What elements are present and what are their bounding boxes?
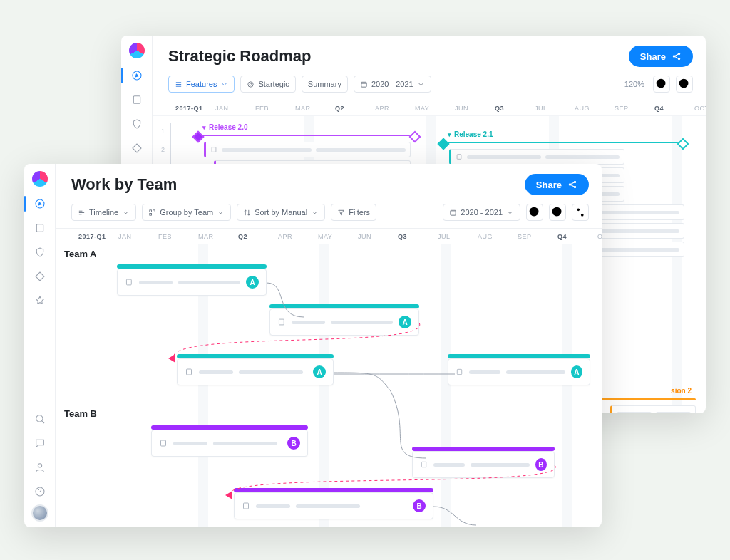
filter-daterange[interactable]: 2020 - 2021 [354, 76, 431, 93]
zoom-in-button[interactable] [676, 76, 693, 93]
nav-compass-icon[interactable] [30, 194, 50, 214]
zoom-out-button[interactable] [653, 76, 670, 93]
svg-point-14 [36, 415, 42, 422]
calendar-icon [449, 209, 457, 217]
chip-label: Summary [308, 80, 341, 88]
share-button-label: Share [640, 51, 666, 62]
svg-rect-1 [133, 96, 140, 104]
chevron-down-icon [417, 81, 425, 88]
share-button[interactable]: Share [629, 46, 693, 67]
chevron-down-icon [220, 81, 228, 88]
calendar-icon [360, 81, 368, 88]
chevron-down-icon [311, 209, 319, 217]
filter-strategic[interactable]: Startegic [240, 76, 295, 93]
axis-tick: OCT [597, 233, 602, 240]
app-logo [129, 43, 145, 58]
svg-rect-13 [36, 224, 43, 232]
app-logo [32, 171, 48, 187]
filters[interactable]: Filters [331, 204, 376, 221]
axis-tick: JUN [358, 233, 398, 240]
settings-button[interactable] [572, 204, 589, 221]
svg-rect-22 [150, 213, 152, 215]
roadmap-item[interactable] [610, 405, 696, 413]
nav-doc-icon[interactable] [30, 218, 50, 238]
sort-by[interactable]: Sort by Manual [237, 204, 325, 221]
filter-summary[interactable]: Summary [302, 76, 348, 93]
axis-tick: 2017-Q1 [175, 105, 203, 112]
axis-tick: JUL [535, 105, 575, 112]
work-card[interactable]: A [448, 358, 590, 385]
nav-doc-icon[interactable] [127, 90, 147, 110]
share-icon [567, 180, 577, 190]
nav-star-icon[interactable] [30, 291, 50, 311]
doc-icon [242, 502, 250, 510]
roadmap-item[interactable] [204, 142, 411, 157]
work-card[interactable]: A [269, 308, 419, 336]
nav-shield-icon[interactable] [30, 242, 50, 262]
share-button[interactable]: Share [525, 174, 589, 195]
svg-point-8 [657, 79, 666, 88]
release-bar[interactable] [442, 142, 684, 143]
svg-rect-20 [150, 209, 152, 212]
nav-help-icon[interactable] [30, 482, 50, 502]
group-icon [148, 209, 156, 217]
timeline-axis: 2017-Q1 JAN FEB MAR Q2 APR MAY JUN Q3 JU… [56, 229, 602, 244]
roadmap-item[interactable] [449, 149, 624, 165]
filter-icon [337, 209, 345, 217]
group-by[interactable]: Group by Team [142, 204, 231, 221]
axis-tick: AUG [478, 233, 518, 240]
nav-user-icon[interactable] [30, 457, 50, 477]
axis-tick: SEP [615, 105, 654, 112]
chevron-down-icon [217, 209, 225, 217]
release-header[interactable]: ▾ Release 2.1 [448, 130, 493, 138]
work-card[interactable]: A [117, 269, 267, 296]
axis-tick: JUL [438, 233, 478, 240]
user-avatar[interactable] [31, 504, 48, 522]
svg-point-2 [673, 56, 674, 57]
nav-search-icon[interactable] [30, 409, 50, 429]
svg-rect-28 [126, 279, 131, 285]
svg-rect-30 [187, 369, 192, 375]
axis-tick: MAY [415, 105, 455, 112]
arrow-icon [225, 491, 232, 499]
toolbar: Features Startegic Summary 2020 - 2021 1… [153, 73, 706, 100]
axis-tick: JAN [215, 105, 255, 112]
chip-label: Group by Team [160, 208, 213, 217]
svg-rect-7 [361, 82, 366, 87]
release-bar-orange[interactable] [596, 398, 696, 400]
nav-shield-icon[interactable] [127, 114, 147, 134]
work-card[interactable]: B [234, 492, 433, 519]
zoom-out-button[interactable] [526, 204, 543, 221]
svg-point-12 [36, 199, 44, 208]
axis-tick: APR [375, 105, 415, 112]
doc-icon [159, 439, 168, 447]
view-timeline[interactable]: Timeline [71, 204, 136, 221]
axis-tick: Q4 [654, 105, 664, 112]
team-badge: A [399, 316, 411, 328]
sort-icon [243, 209, 251, 217]
nav-compass-icon[interactable] [127, 66, 147, 85]
work-card[interactable]: B [151, 430, 308, 457]
share-button-label: Share [536, 180, 562, 190]
chip-label: Features [186, 80, 217, 88]
chip-label: 2020 - 2021 [371, 80, 413, 88]
svg-rect-10 [212, 147, 216, 152]
svg-point-25 [552, 207, 562, 217]
nav-tag-icon[interactable] [127, 138, 147, 158]
dependency-link [334, 371, 455, 378]
svg-rect-33 [421, 462, 426, 467]
filter-features[interactable]: Features [168, 76, 235, 93]
nav-tag-icon[interactable] [30, 266, 50, 286]
zoom-in-button[interactable] [549, 204, 566, 221]
svg-point-18 [574, 181, 575, 182]
work-card[interactable]: A [177, 358, 334, 385]
page-title: Work by Team [71, 175, 518, 194]
toolbar: Timeline Group by Team Sort by Manual Fi… [56, 201, 602, 229]
work-card[interactable]: B [412, 451, 555, 478]
doc-icon [185, 368, 193, 376]
nav-chat-icon[interactable] [30, 433, 50, 453]
doc-icon [456, 368, 463, 376]
page-title: Strategic Roadmap [168, 47, 622, 66]
filter-daterange[interactable]: 2020 - 2021 [443, 204, 520, 221]
svg-point-19 [574, 186, 575, 187]
